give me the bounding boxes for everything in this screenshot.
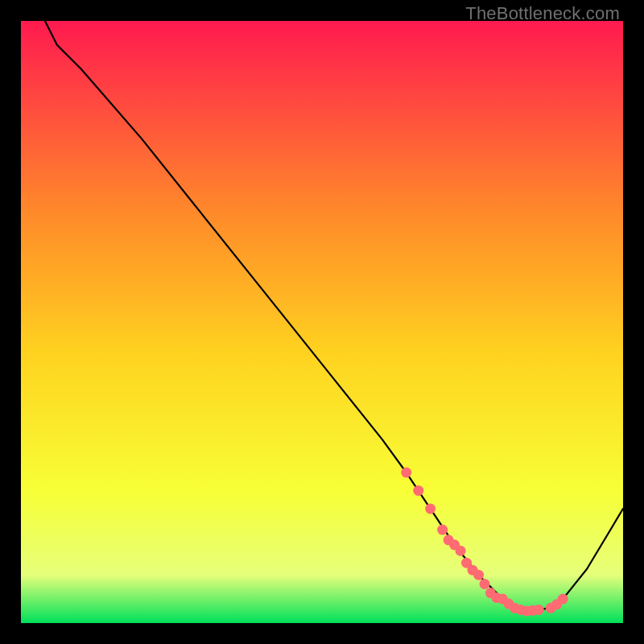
data-point-marker [480, 579, 490, 589]
plot-area [21, 21, 623, 623]
data-point-marker [437, 525, 448, 535]
data-point-marker [456, 546, 466, 556]
data-point-marker [558, 594, 568, 605]
data-point-marker [425, 503, 436, 514]
chart-frame: TheBottleneck.com [0, 0, 644, 644]
gradient-background [21, 21, 623, 623]
chart-svg [21, 21, 623, 623]
data-point-marker [534, 605, 544, 615]
data-point-marker [413, 485, 423, 496]
data-point-marker [473, 570, 484, 580]
data-point-marker [401, 468, 411, 478]
